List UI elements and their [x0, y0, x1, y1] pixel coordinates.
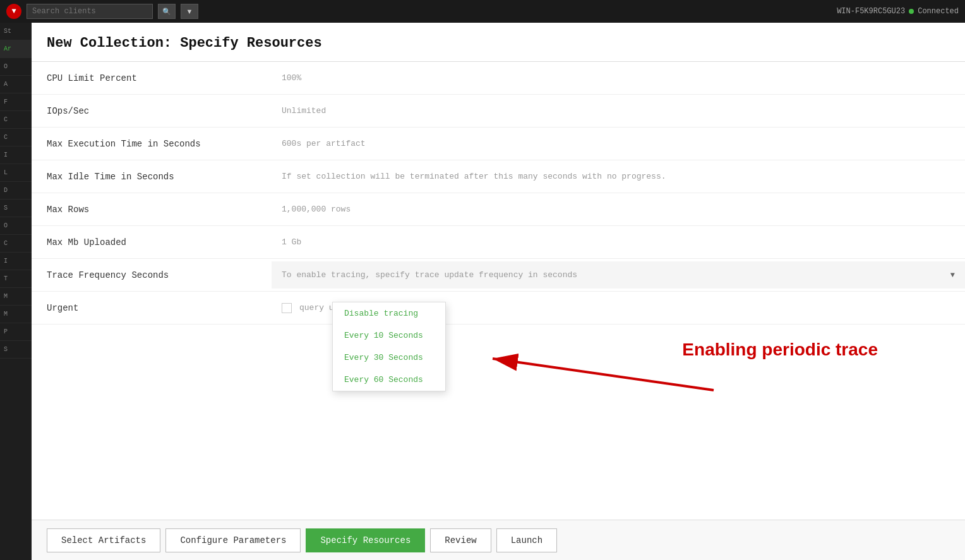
trace-dropdown-arrow: ▼ — [950, 271, 955, 280]
cpu-limit-label: CPU Limit Percent — [32, 64, 272, 92]
wizard-step-select-artifacts[interactable]: Select Artifacts — [47, 528, 160, 552]
sidebar-item-17[interactable]: P — [0, 323, 32, 341]
sidebar-item-4[interactable]: F — [0, 93, 32, 111]
connection-label: Connected — [918, 7, 959, 16]
max-mb-row: Max Mb Uploaded 1 Gb — [32, 226, 965, 259]
trace-dropdown-menu: Disable tracing Every 10 Seconds Every 3… — [332, 302, 446, 391]
iops-row: IOps/Sec Unlimited — [32, 95, 965, 128]
annotation-text: Enabling periodic trace — [682, 340, 878, 360]
cpu-limit-row: CPU Limit Percent 100% — [32, 62, 965, 95]
iops-label: IOps/Sec — [32, 97, 272, 125]
dialog-overlay: New Collection: Specify Resources CPU Li… — [32, 23, 965, 560]
trace-label: Trace Frequency Seconds — [32, 261, 272, 289]
max-rows-label: Max Rows — [32, 196, 272, 223]
dropdown-item-30s[interactable]: Every 30 Seconds — [333, 347, 445, 369]
sidebar-item-0[interactable]: St — [0, 23, 32, 40]
dropdown-item-60s[interactable]: Every 60 Seconds — [333, 369, 445, 391]
max-idle-value[interactable]: If set collection will be terminated aft… — [272, 163, 965, 190]
sidebar-item-16[interactable]: M — [0, 306, 32, 323]
search-input[interactable] — [27, 4, 153, 19]
wizard-step-specify-resources[interactable]: Specify Resources — [306, 528, 425, 552]
sidebar-item-5[interactable]: C — [0, 111, 32, 129]
sidebar-item-18[interactable]: S — [0, 341, 32, 359]
max-rows-value[interactable]: 1,000,000 rows — [272, 196, 965, 223]
max-exec-value[interactable]: 600s per artifact — [272, 130, 965, 157]
sidebar-item-3[interactable]: A — [0, 76, 32, 93]
max-rows-row: Max Rows 1,000,000 rows — [32, 193, 965, 226]
sidebar-item-14[interactable]: T — [0, 270, 32, 288]
dialog-body: CPU Limit Percent 100% IOps/Sec Unlimite… — [32, 62, 965, 520]
host-name: WIN-F5K9RC5GU23 — [837, 7, 905, 16]
urgent-label: Urgent — [32, 294, 272, 322]
dialog-title: New Collection: Specify Resources — [32, 23, 965, 62]
svg-line-1 — [493, 359, 714, 390]
dropdown-item-disable[interactable]: Disable tracing — [333, 302, 445, 325]
max-mb-value[interactable]: 1 Gb — [272, 229, 965, 256]
max-idle-row: Max Idle Time in Seconds If set collecti… — [32, 160, 965, 193]
cpu-limit-value[interactable]: 100% — [272, 64, 965, 92]
app-logo: ▼ — [6, 4, 21, 19]
max-mb-label: Max Mb Uploaded — [32, 229, 272, 256]
trace-dropdown[interactable]: To enable tracing, specify trace update … — [272, 261, 965, 289]
search-button[interactable]: 🔍 — [158, 4, 176, 19]
wizard-step-review[interactable]: Review — [430, 528, 491, 552]
wizard-step-configure-parameters[interactable]: Configure Parameters — [165, 528, 301, 552]
wizard-bar: Select Artifacts Configure Parameters Sp… — [32, 520, 965, 560]
max-exec-label: Max Execution Time in Seconds — [32, 130, 272, 158]
sidebar-item-15[interactable]: M — [0, 288, 32, 306]
sidebar-item-2[interactable]: O — [0, 58, 32, 76]
annotation-arrow — [411, 302, 916, 491]
sidebar-item-7[interactable]: I — [0, 146, 32, 164]
max-exec-row: Max Execution Time in Seconds 600s per a… — [32, 128, 965, 160]
top-bar: ▼ 🔍 ▼ WIN-F5K9RC5GU23 Connected — [0, 0, 965, 23]
sidebar-item-6[interactable]: C — [0, 129, 32, 146]
search-dropdown-button[interactable]: ▼ — [181, 4, 198, 19]
trace-placeholder: To enable tracing, specify trace update … — [282, 270, 577, 280]
urgent-checkbox[interactable] — [282, 303, 292, 313]
sidebar-item-12[interactable]: C — [0, 235, 32, 253]
sidebar-item-9[interactable]: D — [0, 182, 32, 200]
sidebar-item-11[interactable]: O — [0, 217, 32, 235]
urgent-row: Urgent query urgently — [32, 292, 965, 325]
sidebar: St Ar O A F C C I L D S O C I T M M P S — [0, 23, 32, 560]
annotation-area: Enabling periodic trace — [411, 302, 916, 491]
sidebar-item-8[interactable]: L — [0, 164, 32, 182]
connected-indicator — [909, 9, 914, 14]
iops-value[interactable]: Unlimited — [272, 97, 965, 124]
wizard-step-launch[interactable]: Launch — [496, 528, 557, 552]
max-idle-label: Max Idle Time in Seconds — [32, 163, 272, 191]
sidebar-item-10[interactable]: S — [0, 200, 32, 217]
sidebar-item-13[interactable]: I — [0, 253, 32, 270]
host-status: WIN-F5K9RC5GU23 Connected — [837, 7, 959, 16]
sidebar-item-1[interactable]: Ar — [0, 40, 32, 58]
dropdown-item-10s[interactable]: Every 10 Seconds — [333, 325, 445, 347]
trace-row: Trace Frequency Seconds To enable tracin… — [32, 259, 965, 292]
dialog: New Collection: Specify Resources CPU Li… — [32, 23, 965, 560]
